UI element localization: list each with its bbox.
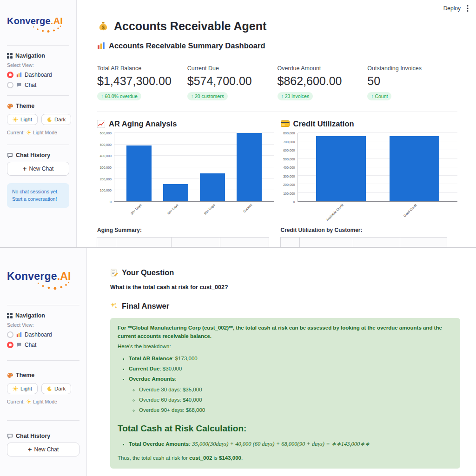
y-tick-label: 200,000 xyxy=(283,183,295,186)
dark-theme-button[interactable]: Dark xyxy=(41,383,71,394)
y-tick-label: 600,000 xyxy=(100,132,112,135)
metric-value: $1,437,300.00 xyxy=(97,74,187,88)
radio-dashboard[interactable] xyxy=(7,331,13,338)
aging-chart-title-text: AR Aging Analysis xyxy=(109,119,177,128)
app-toolbar: Deploy xyxy=(443,5,469,12)
plus-icon: + xyxy=(23,166,27,171)
bar-slot: Available Credit xyxy=(304,133,377,201)
conclusion-post: . xyxy=(241,455,243,461)
bullet-bold: Total AR Balance xyxy=(129,356,172,361)
y-tick-label: 0 xyxy=(293,200,295,204)
x-tick-label: 60+ Days xyxy=(167,203,179,215)
view-option-chat[interactable]: Chat xyxy=(7,82,69,88)
menu-dots-icon[interactable] xyxy=(467,5,469,12)
bar-available-credit xyxy=(316,136,366,201)
dark-theme-button[interactable]: Dark xyxy=(41,114,71,125)
deploy-button[interactable]: Deploy xyxy=(443,5,461,12)
navigation-title: Navigation xyxy=(15,312,45,319)
palette-icon xyxy=(7,103,13,109)
y-tick-label: 300,000 xyxy=(100,166,112,169)
bar-slot: Current xyxy=(231,133,268,201)
theme-header: Theme xyxy=(7,103,69,109)
bar-used-credit xyxy=(390,136,439,201)
select-view-label: Select View: xyxy=(7,322,79,328)
answer-intro-bold: **Global Manufacturing Corp (cust_002)** xyxy=(128,325,233,331)
conclusion-amount: $143,000 xyxy=(219,455,241,461)
y-axis: 0100,000200,000300,000400,000500,000600,… xyxy=(97,133,114,202)
speech-balloon-icon xyxy=(16,82,22,88)
dark-button-label: Dark xyxy=(54,117,66,122)
svg-text:$: $ xyxy=(102,24,105,30)
grid-icon xyxy=(7,313,13,318)
metric-total-ar-balance: Total AR Balance $1,437,300.00 ↑ 60.0% o… xyxy=(97,65,187,100)
current-mode-label: Current: xyxy=(7,399,25,404)
y-tick-label: 600,000 xyxy=(283,149,295,152)
view-option-dashboard[interactable]: Dashboard xyxy=(7,331,79,338)
conclusion-pre: Thus, the total cash at risk for xyxy=(118,455,189,461)
logo-dots-decoration xyxy=(32,25,62,33)
page-title-text: Accounts Receivable Agent xyxy=(114,20,266,33)
answer-bullet: Total AR Balance: $173,000 xyxy=(129,355,453,363)
answer-breakdown-line: Here's the breakdown: xyxy=(118,343,453,351)
plus-icon: + xyxy=(28,447,32,452)
bullet-bold: Overdue Amounts xyxy=(129,376,175,382)
calc-bold: Total Overdue Amounts xyxy=(129,441,189,447)
light-theme-button[interactable]: Light xyxy=(7,114,38,125)
dashboard-subtitle-text: Accounts Receivable Summary Dashboard xyxy=(109,41,265,50)
answer-bullet-list: Total AR Balance: $173,000 Current Due: … xyxy=(129,355,453,414)
metric-label: Total AR Balance xyxy=(97,65,187,72)
metric-delta-badge: ↑ Count xyxy=(367,92,391,100)
view-option-dashboard[interactable]: Dashboard xyxy=(7,72,69,78)
sidebar: Konverge.AI Navigation Select View: Dash… xyxy=(0,248,87,476)
logo-word: Konverge xyxy=(7,270,57,282)
bar-chart-icon xyxy=(97,42,105,50)
theme-title: Theme xyxy=(16,103,34,109)
bar-chart-icon xyxy=(16,72,22,78)
view-option-chat[interactable]: Chat xyxy=(7,342,79,348)
logo-text: Konverge.AI xyxy=(7,270,71,282)
y-tick-label: 400,000 xyxy=(100,154,112,158)
table-header-cell xyxy=(400,237,447,247)
answer-intro-pre: For xyxy=(118,325,128,331)
theme-title: Theme xyxy=(16,372,34,378)
new-chat-button[interactable]: + New Chat xyxy=(7,443,79,456)
radio-chat[interactable] xyxy=(7,82,13,88)
current-mode-value: Light Mode xyxy=(33,399,57,404)
table-header-cell xyxy=(171,237,220,247)
table-header-cell xyxy=(299,237,353,247)
chat-history-title: Chat History xyxy=(16,433,50,439)
metric-overdue-amount: Overdue Amount $862,600.00 ↑ 23 invoices xyxy=(278,65,368,100)
chat-history-header: Chat History xyxy=(7,433,79,439)
moon-icon xyxy=(47,386,52,391)
divider xyxy=(97,112,457,112)
y-tick-label: 500,000 xyxy=(100,143,112,146)
bar-current xyxy=(237,133,262,201)
bullet-rest: : $173,000 xyxy=(172,356,197,361)
metric-value: $862,600.00 xyxy=(278,74,368,88)
y-tick-label: 300,000 xyxy=(283,174,295,178)
answer-bullet: Overdue Amounts: Overdue 30 days: $35,00… xyxy=(129,375,453,414)
bullet-rest: : xyxy=(175,376,176,382)
current-mode-label: Current: xyxy=(7,130,25,135)
bar-slot: Used Credit xyxy=(377,133,451,201)
radio-dashboard-selected[interactable] xyxy=(7,72,13,78)
logo-word: Konverge xyxy=(7,16,51,26)
credit-chart-title: Credit Utilization xyxy=(281,119,458,128)
chat-history-header: Chat History xyxy=(7,152,69,159)
new-chat-button[interactable]: + New Chat xyxy=(7,162,69,176)
x-tick-label: Current xyxy=(243,203,252,213)
money-bag-icon: $ xyxy=(97,20,109,33)
metric-delta-badge: ↑ 60.0% overdue xyxy=(97,92,141,100)
speech-balloon-icon xyxy=(16,342,22,348)
y-tick-label: 0 xyxy=(110,200,112,204)
theme-header: Theme xyxy=(7,372,79,378)
answer-section-title: Final Answer xyxy=(110,302,460,311)
radio-chat-selected[interactable] xyxy=(7,342,13,348)
calc-math: : 35,000(30days) + 40,000 (60 days) + 68… xyxy=(189,441,370,447)
light-theme-button[interactable]: Light xyxy=(7,383,38,394)
current-mode: Current: Light Mode xyxy=(7,130,69,135)
bar-slot: 60+ Days xyxy=(158,133,194,201)
logo-dots-decoration xyxy=(37,281,70,290)
sparkles-icon xyxy=(110,302,118,310)
calc-bullet-list: Total Overdue Amounts: 35,000(30days) + … xyxy=(129,440,453,449)
